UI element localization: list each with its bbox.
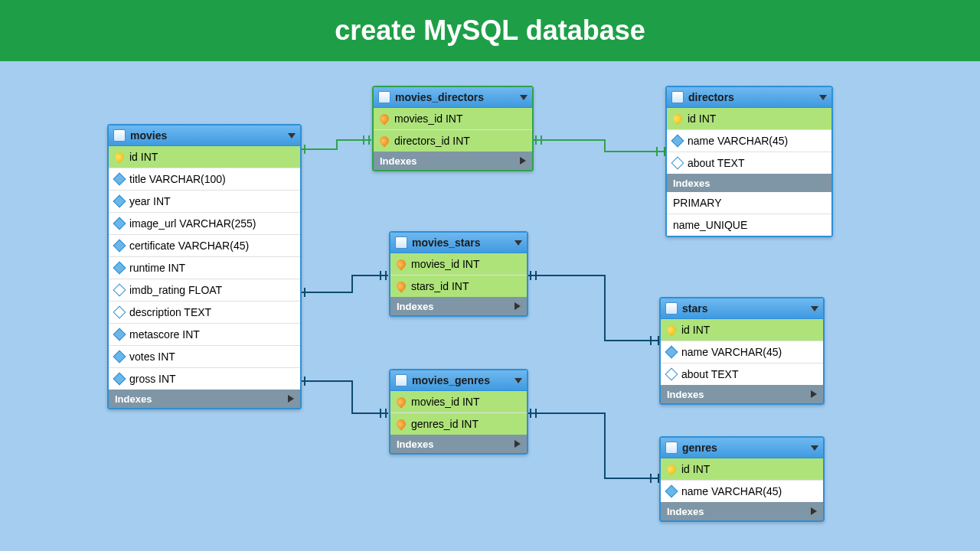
table-columns: movies_id INTdirectors_id INT [374, 108, 532, 152]
collapse-icon[interactable] [819, 95, 827, 100]
table-icon [395, 236, 407, 249]
column-row[interactable]: runtime INT [109, 257, 300, 279]
column-row[interactable]: image_url VARCHAR(255) [109, 213, 300, 235]
column-label: movies_id INT [411, 258, 479, 270]
column-row[interactable]: id INT [661, 458, 823, 481]
column-label: id INT [681, 324, 710, 336]
column-label: id INT [688, 112, 716, 125]
column-row[interactable]: genres_id INT [390, 413, 527, 435]
table-header[interactable]: movies_genres [390, 370, 527, 391]
table-name: directors [688, 91, 819, 103]
collapse-icon[interactable] [514, 240, 522, 246]
column-icon [665, 485, 678, 498]
table-directors[interactable]: directors id INTname VARCHAR(45)about TE… [665, 86, 833, 237]
column-row[interactable]: name VARCHAR(45) [667, 130, 831, 152]
column-label: title VARCHAR(100) [129, 173, 226, 185]
primary-key-icon [665, 463, 678, 476]
column-row[interactable]: about TEXT [667, 152, 831, 174]
table-header[interactable]: stars [661, 298, 823, 319]
table-header[interactable]: movies [109, 126, 300, 146]
expand-icon[interactable] [811, 390, 817, 398]
column-label: stars_id INT [411, 280, 469, 292]
indexes-section[interactable]: Indexes [661, 502, 823, 520]
table-movies-directors[interactable]: movies_directors movies_id INTdirectors_… [372, 86, 534, 171]
page-title-banner: create MySQL database [0, 0, 980, 61]
collapse-icon[interactable] [811, 306, 818, 311]
table-columns: movies_id INTstars_id INT [390, 253, 527, 297]
column-label: movies_id INT [411, 396, 479, 408]
column-row[interactable]: movies_id INT [390, 253, 527, 276]
collapse-icon[interactable] [288, 133, 296, 139]
table-name: stars [682, 302, 811, 315]
table-header[interactable]: movies_directors [374, 87, 532, 108]
column-row[interactable]: certificate VARCHAR(45) [109, 235, 300, 257]
table-columns: movies_id INTgenres_id INT [390, 391, 527, 435]
column-label: about TEXT [688, 157, 744, 169]
index-entry[interactable]: name_UNIQUE [667, 214, 831, 236]
table-name: movies_directors [395, 91, 520, 103]
column-row[interactable]: name VARCHAR(45) [661, 481, 823, 502]
column-row[interactable]: directors_id INT [374, 130, 532, 152]
column-label: votes INT [129, 350, 175, 363]
column-label: description TEXT [129, 306, 211, 318]
table-movies[interactable]: movies id INTtitle VARCHAR(100)year INTi… [107, 124, 302, 409]
primary-key-icon [113, 151, 126, 164]
column-row[interactable]: gross INT [109, 368, 300, 390]
column-icon [113, 262, 126, 275]
table-columns: id INTname VARCHAR(45)about TEXT [661, 319, 823, 385]
column-row[interactable]: id INT [109, 146, 300, 168]
expand-icon[interactable] [520, 157, 526, 165]
column-row[interactable]: year INT [109, 191, 300, 213]
table-name: movies [130, 129, 288, 142]
column-icon [113, 373, 126, 386]
table-stars[interactable]: stars id INTname VARCHAR(45)about TEXT I… [659, 297, 825, 405]
foreign-key-icon [395, 418, 408, 431]
table-icon [671, 91, 684, 103]
table-header[interactable]: directors [667, 87, 831, 108]
column-label: imdb_rating FLOAT [129, 284, 222, 296]
collapse-icon[interactable] [514, 378, 522, 383]
index-entry[interactable]: PRIMARY [667, 192, 831, 214]
table-name: genres [682, 442, 811, 454]
table-movies-stars[interactable]: movies_stars movies_id INTstars_id INT I… [389, 231, 528, 317]
column-row[interactable]: metascore INT [109, 324, 300, 346]
column-row[interactable]: id INT [661, 319, 823, 341]
expand-icon[interactable] [514, 302, 521, 310]
column-icon [671, 157, 684, 170]
column-row[interactable]: id INT [667, 108, 831, 130]
indexes-section[interactable]: Indexes [390, 435, 527, 453]
column-label: movies_id INT [394, 112, 462, 125]
indexes-section[interactable]: Indexes [390, 297, 527, 315]
indexes-section[interactable]: Indexes [667, 174, 831, 192]
column-label: about TEXT [681, 368, 738, 380]
column-icon [665, 346, 678, 359]
table-header[interactable]: genres [661, 438, 823, 458]
column-label: id INT [681, 463, 710, 475]
table-columns: id INTtitle VARCHAR(100)year INTimage_ur… [109, 146, 300, 390]
indexes-section[interactable]: Indexes [374, 152, 532, 170]
column-row[interactable]: imdb_rating FLOAT [109, 279, 300, 302]
collapse-icon[interactable] [520, 95, 528, 100]
expand-icon[interactable] [288, 395, 294, 403]
expand-icon[interactable] [811, 507, 817, 515]
column-row[interactable]: name VARCHAR(45) [661, 341, 823, 364]
column-row[interactable]: movies_id INT [374, 108, 532, 130]
table-movies-genres[interactable]: movies_genres movies_id INTgenres_id INT… [389, 369, 528, 455]
indexes-section[interactable]: Indexes [661, 385, 823, 403]
column-icon [113, 284, 126, 297]
table-genres[interactable]: genres id INTname VARCHAR(45) Indexes [659, 436, 825, 522]
table-header[interactable]: movies_stars [390, 233, 527, 253]
column-row[interactable]: votes INT [109, 346, 300, 368]
column-icon [113, 240, 126, 253]
column-row[interactable]: description TEXT [109, 302, 300, 324]
collapse-icon[interactable] [811, 445, 818, 451]
indexes-section[interactable]: Indexes [109, 390, 300, 408]
expand-icon[interactable] [514, 440, 521, 448]
column-row[interactable]: stars_id INT [390, 276, 527, 297]
table-icon [665, 302, 678, 315]
column-row[interactable]: about TEXT [661, 364, 823, 385]
column-row[interactable]: movies_id INT [390, 391, 527, 413]
column-row[interactable]: title VARCHAR(100) [109, 168, 300, 191]
er-diagram-canvas: movies id INTtitle VARCHAR(100)year INTi… [0, 61, 980, 551]
table-name: movies_stars [412, 236, 514, 249]
